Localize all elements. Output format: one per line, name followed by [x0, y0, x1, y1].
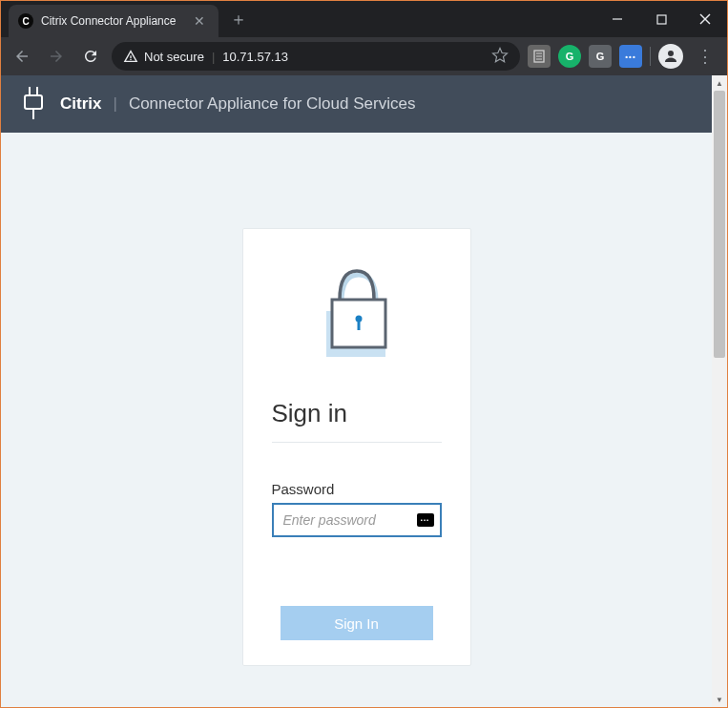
- content-area: Sign in Password ••• Sign In: [1, 133, 712, 707]
- bookmark-star-icon[interactable]: [491, 47, 509, 67]
- maximize-button[interactable]: [639, 4, 683, 34]
- forward-button[interactable]: [43, 43, 70, 70]
- scrollbar-track[interactable]: [712, 91, 727, 692]
- brand-name: Citrix: [60, 94, 101, 114]
- brand-text: Citrix | Connector Appliance for Cloud S…: [60, 94, 415, 114]
- extension-icon-4[interactable]: •••: [619, 45, 642, 68]
- scroll-up-button[interactable]: ▲: [712, 75, 727, 91]
- warning-icon: [123, 49, 138, 64]
- extension-icon-1[interactable]: [528, 45, 551, 68]
- close-window-button[interactable]: [683, 4, 727, 34]
- signin-card: Sign in Password ••• Sign In: [242, 228, 471, 666]
- scroll-down-button[interactable]: ▼: [712, 692, 727, 707]
- browser-tab[interactable]: C Citrix Connector Appliance ✕: [9, 5, 218, 37]
- vertical-scrollbar[interactable]: ▲ ▼: [712, 75, 727, 707]
- password-label: Password: [272, 481, 442, 497]
- signin-button[interactable]: Sign In: [281, 606, 433, 640]
- scrollbar-thumb[interactable]: [714, 91, 725, 358]
- browser-menu-button[interactable]: ⋮: [691, 46, 719, 67]
- minimize-button[interactable]: [595, 4, 639, 34]
- extension-icon-3[interactable]: G: [589, 45, 612, 68]
- url-separator: |: [212, 50, 215, 64]
- security-indicator[interactable]: Not secure: [123, 49, 204, 64]
- new-tab-button[interactable]: ＋: [218, 8, 259, 31]
- svg-point-8: [668, 51, 674, 56]
- signin-title: Sign in: [272, 399, 442, 428]
- svg-line-2: [700, 14, 710, 24]
- back-button[interactable]: [9, 43, 35, 70]
- reload-button[interactable]: [77, 43, 104, 70]
- extension-icon-2[interactable]: G: [558, 45, 581, 68]
- window-controls: [595, 4, 727, 34]
- toolbar-separator: [650, 47, 651, 66]
- password-manager-icon[interactable]: •••: [417, 513, 434, 527]
- tab-title: Citrix Connector Appliance: [41, 14, 182, 28]
- favicon: C: [18, 13, 33, 29]
- brand-subtitle: Connector Appliance for Cloud Services: [129, 94, 416, 114]
- svg-rect-1: [657, 15, 666, 24]
- svg-rect-11: [25, 95, 42, 109]
- divider: [272, 442, 442, 443]
- extensions-area: G G •••: [528, 45, 642, 68]
- close-tab-icon[interactable]: ✕: [190, 11, 209, 31]
- brand-separator: |: [113, 94, 116, 114]
- insecure-label: Not secure: [144, 50, 204, 64]
- password-input-wrap: •••: [272, 503, 442, 537]
- svg-line-3: [700, 14, 710, 24]
- plug-icon: [20, 87, 47, 121]
- url-text: 10.71.57.13: [222, 50, 288, 64]
- profile-avatar[interactable]: [658, 44, 683, 69]
- lock-icon: [272, 258, 442, 361]
- page-content: Citrix | Connector Appliance for Cloud S…: [1, 75, 712, 707]
- app-banner: Citrix | Connector Appliance for Cloud S…: [1, 75, 712, 133]
- page-area: Citrix | Connector Appliance for Cloud S…: [1, 75, 727, 707]
- browser-toolbar: Not secure | 10.71.57.13 G G ••• ⋮: [1, 37, 727, 75]
- url-bar[interactable]: Not secure | 10.71.57.13: [112, 42, 520, 71]
- window-titlebar: C Citrix Connector Appliance ✕ ＋: [1, 1, 727, 37]
